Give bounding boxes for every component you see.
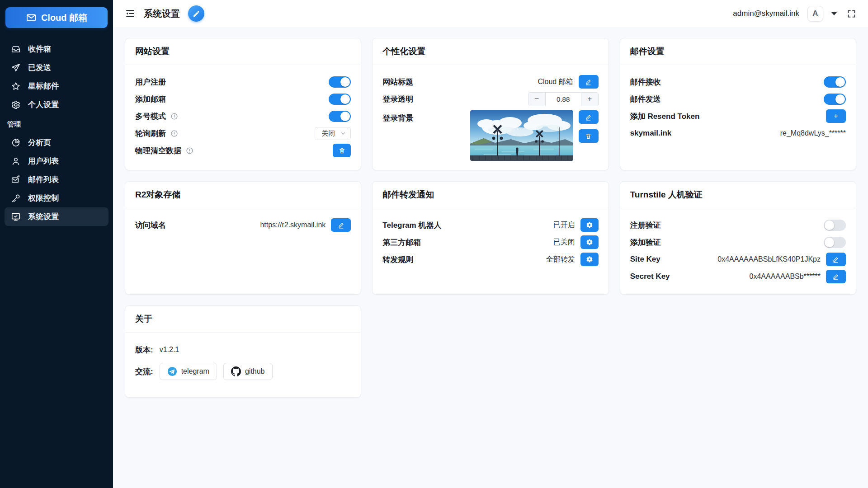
turnstile-register-toggle[interactable] [824,220,846,231]
monitor-check-icon [11,212,21,222]
mail-receive-toggle[interactable] [824,76,846,88]
telegram-link-button[interactable]: telegram [160,363,217,380]
setting-label: 登录背景 [382,110,413,123]
setting-label: 多号模式 [135,111,166,122]
setting-label: 转发规则 [382,254,413,265]
forward-rule-settings-button[interactable] [580,253,599,266]
sidebar-item-inbox[interactable]: 收件箱 [5,40,108,58]
sidebar-item-label: 邮件列表 [28,174,59,185]
pie-chart-icon [11,138,21,148]
setting-row: 访问域名 https://r2.skymail.ink [135,216,351,234]
app-logo[interactable]: Cloud 邮箱 [5,7,108,28]
mail-send-toggle[interactable] [824,94,846,105]
polling-select-value: 关闭 [321,129,335,138]
pencil-icon [832,256,839,263]
setting-label: Site Key [630,255,660,264]
sidebar-item-label: 系统设置 [28,211,59,222]
topbar: 系统设置 admin@skymail.ink A [113,0,868,27]
main-area: 系统设置 admin@skymail.ink A 网站设置 用户注册 添加邮箱 [113,0,868,488]
sidebar-item-starred[interactable]: 星标邮件 [5,77,108,95]
polling-select[interactable]: 关闭 [315,127,351,140]
login-opacity-stepper: − 0.88 + [528,92,599,106]
card-turnstile: Turnstile 人机验证 注册验证 添加验证 Site Key 0x4AAA… [620,181,856,295]
user-register-toggle[interactable] [329,76,351,88]
setting-row: Secret Key 0x4AAAAAABSb****** [630,268,846,285]
edit-secret-key-button[interactable] [826,270,846,283]
telegram-link-label: telegram [181,367,209,375]
setting-row: 邮件接收 [630,73,846,90]
gear-icon [586,256,593,263]
card-title: 邮件转发通知 [373,182,608,208]
setting-label: Telegram 机器人 [382,220,441,230]
delete-background-button[interactable] [579,129,599,143]
gear-icon [11,100,21,110]
card-title: 邮件设置 [620,38,856,65]
fullscreen-icon[interactable] [847,9,856,19]
turnstile-add-toggle[interactable] [824,237,846,248]
sidebar-item-mail-list[interactable]: 邮件列表 [5,170,108,189]
multi-account-toggle[interactable] [329,111,351,122]
sidebar-item-analytics[interactable]: 分析页 [5,133,108,152]
edit-site-key-button[interactable] [826,253,846,266]
sidebar-item-permissions[interactable]: 权限控制 [5,189,108,207]
sidebar-item-personal-settings[interactable]: 个人设置 [5,95,108,114]
setting-row: 注册验证 [630,216,846,234]
info-icon[interactable] [170,113,178,120]
stepper-increase-button[interactable]: + [581,93,598,106]
card-title: 关于 [125,306,361,333]
setting-label: 访问域名 [135,220,166,230]
card-site-settings: 网站设置 用户注册 添加邮箱 多号模式 [125,38,361,170]
setting-row: 用户注册 [135,73,351,90]
pencil-icon [585,114,592,121]
gear-icon [586,221,593,229]
setting-row: skymail.ink re_Mq8dwLys_****** [630,125,846,142]
purge-data-button[interactable] [333,144,351,157]
card-forward-notify: 邮件转发通知 Telegram 机器人 已开启 第三方邮箱 已关闭 [372,181,609,295]
version-row: 版本: v1.2.1 [135,341,351,359]
setting-row: 网站标题 Cloud 邮箱 [382,73,598,90]
edit-title-button[interactable] [188,5,204,22]
sidebar-item-sent[interactable]: 已发送 [5,58,108,77]
mail-list-icon [11,175,21,185]
login-background-preview[interactable] [470,110,573,161]
telegram-bot-settings-button[interactable] [580,218,599,232]
add-resend-token-button[interactable]: + [826,109,846,123]
settings-content: 网站设置 用户注册 添加邮箱 多号模式 [113,27,868,488]
community-label: 交流: [135,366,153,377]
card-r2-storage: R2对象存储 访问域名 https://r2.skymail.ink [125,181,361,295]
github-link-button[interactable]: github [223,363,273,380]
third-party-settings-button[interactable] [580,235,599,249]
stepper-decrease-button[interactable]: − [528,93,545,106]
setting-label: Secret Key [630,272,670,281]
avatar[interactable]: A [807,6,823,22]
edit-r2-domain-button[interactable] [331,218,351,232]
user-email: admin@skymail.ink [733,9,799,18]
info-icon[interactable] [186,147,193,155]
resend-token-value: re_Mq8dwLys_****** [780,129,846,137]
add-mailbox-toggle[interactable] [329,94,351,105]
sidebar-item-users[interactable]: 用户列表 [5,152,108,170]
sidebar-item-system-settings[interactable]: 系统设置 [5,207,108,226]
edit-site-title-button[interactable] [579,75,599,89]
setting-label: 注册验证 [630,220,661,230]
setting-label: 登录透明 [382,94,413,104]
setting-label: 网站标题 [382,77,413,87]
community-row: 交流: telegram github [135,362,351,380]
setting-row: Telegram 机器人 已开启 [382,216,598,234]
info-icon[interactable] [170,130,178,137]
setting-label: 用户注册 [135,77,166,87]
telegram-bot-status: 已开启 [553,221,575,230]
login-opacity-value[interactable]: 0.88 [545,93,581,106]
key-icon [11,193,21,203]
setting-label: 轮询刷新 [135,128,166,139]
sidebar-item-label: 星标邮件 [28,81,59,91]
chevron-down-icon[interactable] [831,12,837,15]
pencil-icon [585,79,592,85]
setting-label: 邮件接收 [630,77,661,87]
user-icon [11,156,21,166]
edit-background-button[interactable] [579,110,599,124]
site-title-value: Cloud 邮箱 [538,77,573,87]
setting-row: 邮件发送 [630,90,846,108]
collapse-menu-icon[interactable] [125,8,136,19]
setting-label: 添加 Resend Token [630,111,700,122]
